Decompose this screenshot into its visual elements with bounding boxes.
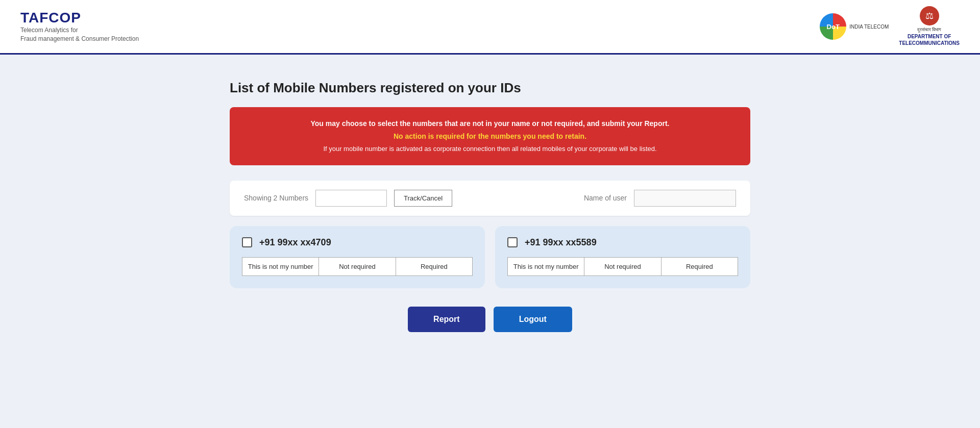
logo-title: TAFCOP <box>20 10 139 26</box>
header-logos: DoT INDIA TELECOM ⚖ दूरसंचार विभाग DEPAR… <box>820 6 960 47</box>
emblem-icon: ⚖ <box>920 6 939 26</box>
card-1-required-button[interactable]: Required <box>396 257 473 276</box>
card-2-actions: This is not my number Not required Requi… <box>507 257 738 276</box>
page-title: List of Mobile Numbers registered on you… <box>230 80 750 96</box>
india-telecom-text: INDIA TELECOM <box>849 23 889 30</box>
card-2-not-required-button[interactable]: Not required <box>584 257 661 276</box>
number-card-2: +91 99xx xx5589 This is not my number No… <box>495 226 750 288</box>
card-2-number: +91 99xx xx5589 <box>525 237 597 248</box>
cards-grid: +91 99xx xx4709 This is not my number No… <box>230 226 750 288</box>
card-1-checkbox[interactable] <box>242 237 252 247</box>
card-1-not-mine-button[interactable]: This is not my number <box>242 257 318 276</box>
report-button[interactable]: Report <box>408 307 485 332</box>
dot-emblem: ⚖ दूरसंचार विभाग DEPARTMENT OF TELECOMMU… <box>899 6 960 47</box>
india-telecom-logo: DoT INDIA TELECOM <box>820 13 889 40</box>
card-1-not-required-button[interactable]: Not required <box>318 257 396 276</box>
logo-area: TAFCOP Telecom Analytics for Fraud manag… <box>20 10 139 43</box>
number-card-1: +91 99xx xx4709 This is not my number No… <box>230 226 485 288</box>
filter-row: Showing 2 Numbers Track/Cancel Name of u… <box>230 181 750 216</box>
track-input[interactable] <box>315 190 387 207</box>
alert-line1: You may choose to select the numbers tha… <box>245 117 735 130</box>
card-1-number: +91 99xx xx4709 <box>259 237 331 248</box>
showing-label: Showing 2 Numbers <box>244 194 308 202</box>
card-2-not-mine-button[interactable]: This is not my number <box>507 257 584 276</box>
name-label: Name of user <box>584 194 627 202</box>
alert-line2: No action is required for the numbers yo… <box>245 130 735 143</box>
card-1-header: +91 99xx xx4709 <box>242 237 473 248</box>
main-content: List of Mobile Numbers registered on you… <box>219 55 761 353</box>
filter-right: Name of user <box>584 190 736 207</box>
logout-button[interactable]: Logout <box>494 307 572 332</box>
logo-subtitle: Telecom Analytics for Fraud management &… <box>20 26 139 43</box>
dot-circle-icon: DoT <box>820 13 846 40</box>
card-1-actions: This is not my number Not required Requi… <box>242 257 473 276</box>
filter-left: Showing 2 Numbers Track/Cancel <box>244 190 452 207</box>
card-2-header: +91 99xx xx5589 <box>507 237 738 248</box>
dot-department-text: दूरसंचार विभाग DEPARTMENT OF TELECOMMUNI… <box>899 27 960 47</box>
alert-line3: If your mobile number is activated as co… <box>245 143 735 155</box>
card-2-required-button[interactable]: Required <box>662 257 738 276</box>
track-cancel-button[interactable]: Track/Cancel <box>394 190 452 207</box>
header: TAFCOP Telecom Analytics for Fraud manag… <box>0 0 980 55</box>
alert-banner: You may choose to select the numbers tha… <box>230 107 750 165</box>
name-input[interactable] <box>634 190 736 207</box>
card-2-checkbox[interactable] <box>507 237 518 247</box>
bottom-actions: Report Logout <box>230 307 750 332</box>
